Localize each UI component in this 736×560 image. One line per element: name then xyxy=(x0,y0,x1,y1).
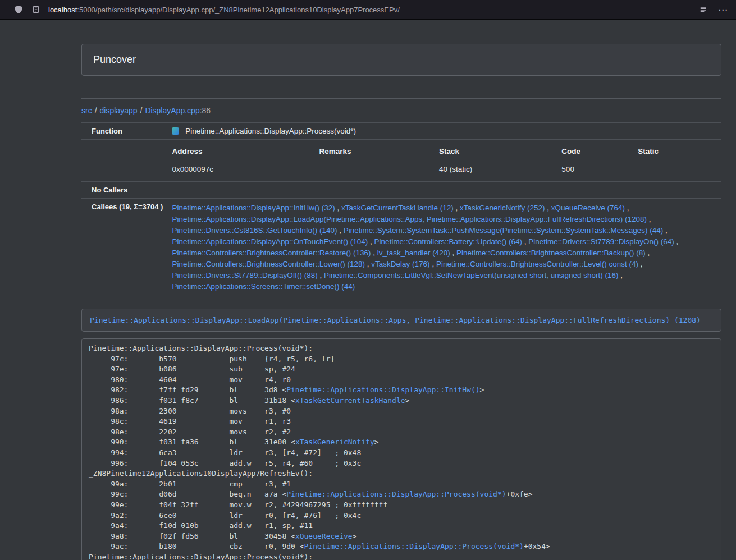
browser-toolbar: localhost:5000/path/src/displayapp/Displ… xyxy=(0,0,736,20)
breadcrumb-link-file[interactable]: DisplayApp.cpp xyxy=(145,106,199,115)
disasm-symbol-link[interactable]: xTaskGenericNotify xyxy=(295,438,374,446)
callee-separator: , xyxy=(522,237,528,246)
callee-link[interactable]: Pinetime::Applications::DisplayApp::Init… xyxy=(172,204,335,212)
disassembly-pre: Pinetime::Applications::DisplayApp::Proc… xyxy=(89,343,714,560)
table-row-function: Function Pinetime::Applications::Display… xyxy=(81,123,721,140)
breadcrumb-separator: / xyxy=(140,106,143,115)
callee-separator: , xyxy=(619,271,623,279)
callee-separator: , xyxy=(545,204,551,212)
stats-header-remarks: Remarks xyxy=(319,144,439,160)
stats-value-stack: 40 (static) xyxy=(439,160,561,178)
stats-value-row: 0x0000097c 40 (static) 500 xyxy=(172,160,717,178)
callee-separator: , xyxy=(450,249,456,257)
table-row-callees: Callees (19, Σ=3704 ) Pinetime::Applicat… xyxy=(81,199,721,297)
overflow-menu-icon[interactable]: ⋯ xyxy=(718,5,728,15)
stats-header-stack: Stack xyxy=(439,144,561,160)
function-row-label: Function xyxy=(81,123,167,140)
callee-link[interactable]: Pinetime::Drivers::St7789::DisplayOff() … xyxy=(172,271,317,279)
url-bar[interactable]: localhost:5000/path/src/displayapp/Displ… xyxy=(48,6,688,14)
callees-label: Callees (19, Σ=3704 ) xyxy=(81,199,167,297)
callee-link[interactable]: Pinetime::Drivers::Cst816S::GetTouchInfo… xyxy=(172,226,337,235)
callee-link[interactable]: Pinetime::Controllers::Battery::Update()… xyxy=(374,237,522,246)
callee-link[interactable]: Pinetime::Controllers::BrightnessControl… xyxy=(172,260,365,268)
callee-link[interactable]: xTaskGetCurrentTaskHandle (12) xyxy=(341,204,454,212)
stats-table: Address Remarks Stack Code Static 0x0000… xyxy=(172,144,717,177)
function-icon xyxy=(172,127,179,135)
url-path: :5000/path/src/displayapp/DisplayApp.cpp… xyxy=(77,6,400,14)
symbol-signature-panel: Pinetime::Applications::DisplayApp::Load… xyxy=(81,309,721,332)
callee-separator: , xyxy=(337,226,344,235)
stats-header-row: Address Remarks Stack Code Static xyxy=(172,144,717,160)
breadcrumb: src/displayapp/DisplayApp.cpp:86 xyxy=(81,106,721,115)
divider xyxy=(81,98,721,99)
callee-separator: , xyxy=(638,260,643,268)
disasm-symbol-link[interactable]: xQueueReceive xyxy=(295,532,353,540)
symbol-table: Function Pinetime::Applications::Display… xyxy=(81,122,721,296)
url-domain: localhost xyxy=(48,6,77,14)
callee-separator: , xyxy=(454,204,460,212)
callee-separator: , xyxy=(646,249,650,257)
stats-row-label xyxy=(81,140,167,182)
callee-separator: , xyxy=(663,226,668,235)
callee-link[interactable]: Pinetime::Applications::DisplayApp::Load… xyxy=(172,215,647,223)
callee-separator: , xyxy=(371,249,377,257)
breadcrumb-link-src[interactable]: src xyxy=(81,106,92,115)
callee-separator: , xyxy=(365,260,371,268)
callees-list: Pinetime::Applications::DisplayApp::Init… xyxy=(172,203,717,292)
callee-link[interactable]: xQueueReceive (764) xyxy=(551,204,625,212)
stats-value-static xyxy=(638,160,717,178)
disasm-symbol-link[interactable]: Pinetime::Applications::DisplayApp::Init… xyxy=(286,385,479,394)
stats-header-address: Address xyxy=(172,144,319,160)
callee-separator: , xyxy=(318,271,324,279)
callee-link[interactable]: Pinetime::Controllers::BrightnessControl… xyxy=(436,260,638,268)
breadcrumb-link-displayapp[interactable]: displayapp xyxy=(100,106,138,115)
stats-value-address: 0x0000097c xyxy=(172,160,319,178)
callee-separator: , xyxy=(430,260,436,268)
page-content: Puncover src/displayapp/DisplayApp.cpp:8… xyxy=(81,44,721,560)
page-icon[interactable] xyxy=(31,4,41,15)
callee-link[interactable]: Pinetime::System::SystemTask::PushMessag… xyxy=(344,226,663,235)
stats-header-static: Static xyxy=(638,144,717,160)
callee-separator: , xyxy=(335,204,341,212)
callee-link[interactable]: xTaskGenericNotify (252) xyxy=(460,204,545,212)
no-callers-label: No Callers xyxy=(81,182,167,199)
stats-value-remarks xyxy=(319,160,439,178)
page-title: Puncover xyxy=(93,54,710,66)
callee-link[interactable]: Pinetime::Controllers::BrightnessControl… xyxy=(172,249,371,257)
callee-link[interactable]: Pinetime::Controllers::BrightnessControl… xyxy=(456,249,646,257)
callee-link[interactable]: Pinetime::Applications::Screens::Timer::… xyxy=(172,282,355,291)
stats-value-code: 500 xyxy=(561,160,638,178)
callee-link[interactable]: vTaskDelay (176) xyxy=(371,260,429,268)
table-row-no-callers: No Callers xyxy=(81,182,721,199)
breadcrumb-separator: / xyxy=(95,106,97,115)
disasm-symbol-link[interactable]: Pinetime::Applications::DisplayApp::Proc… xyxy=(304,542,524,550)
callee-separator: , xyxy=(647,215,651,223)
disasm-symbol-link[interactable]: xTaskGetCurrentTaskHandle xyxy=(295,396,405,405)
callee-link[interactable]: Pinetime::Applications::DisplayApp::OnTo… xyxy=(172,237,368,246)
callee-link[interactable]: lv_task_handler (420) xyxy=(377,249,450,257)
header-panel: Puncover xyxy=(81,44,721,76)
disassembly-panel: Pinetime::Applications::DisplayApp::Proc… xyxy=(81,338,721,560)
callee-separator: , xyxy=(625,204,629,212)
stats-header-code: Code xyxy=(561,144,638,160)
callee-link[interactable]: Pinetime::Components::LittleVgl::SetNewT… xyxy=(324,271,619,279)
callee-separator: , xyxy=(674,237,679,246)
signature-link[interactable]: Pinetime::Applications::DisplayApp::Load… xyxy=(90,316,701,324)
callee-link[interactable]: Pinetime::Drivers::St7789::DisplayOn() (… xyxy=(528,237,674,246)
function-name: Pinetime::Applications::DisplayApp::Proc… xyxy=(185,127,356,135)
table-row-stats: Address Remarks Stack Code Static 0x0000… xyxy=(81,140,721,182)
callee-separator: , xyxy=(368,237,374,246)
shield-icon[interactable] xyxy=(13,4,24,15)
disasm-symbol-link[interactable]: Pinetime::Applications::DisplayApp::Proc… xyxy=(286,490,506,498)
breadcrumb-line-number: :86 xyxy=(200,106,211,115)
reader-view-icon[interactable] xyxy=(698,4,708,15)
